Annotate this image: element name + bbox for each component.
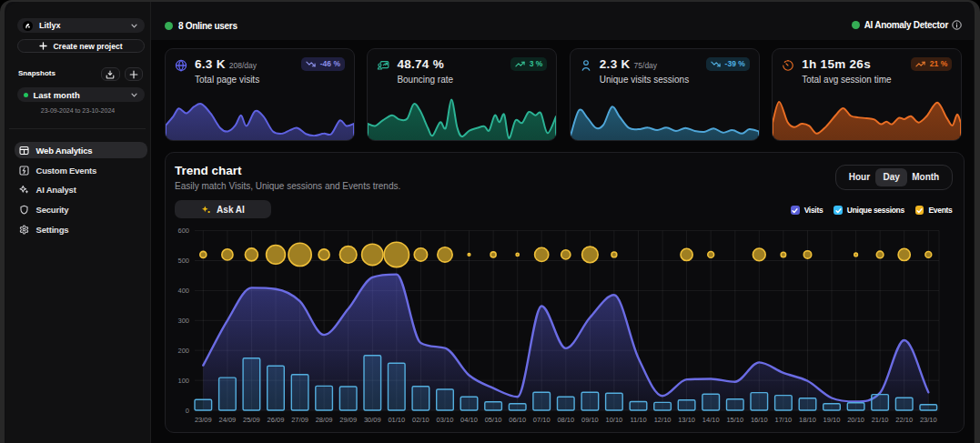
svg-text:13/10: 13/10 [678,416,695,424]
svg-text:22/10: 22/10 [895,416,913,424]
svg-text:10/10: 10/10 [606,416,623,424]
svg-text:29/09: 29/09 [339,416,357,424]
svg-text:06/10: 06/10 [509,416,526,424]
svg-text:05/10: 05/10 [485,416,502,424]
svg-text:27/09: 27/09 [291,416,308,424]
svg-text:25/09: 25/09 [243,416,260,424]
svg-text:17/10: 17/10 [775,416,793,424]
svg-text:200: 200 [177,347,189,355]
svg-text:20/10: 20/10 [847,416,864,424]
svg-text:100: 100 [177,377,189,385]
svg-text:0: 0 [186,407,189,415]
svg-text:09/10: 09/10 [581,416,599,424]
svg-text:21/10: 21/10 [872,416,889,424]
svg-text:23/09: 23/09 [195,416,212,424]
svg-text:12/10: 12/10 [654,416,672,424]
svg-text:02/10: 02/10 [412,416,429,424]
svg-text:24/09: 24/09 [219,416,237,424]
svg-text:11/10: 11/10 [630,416,646,424]
svg-text:28/09: 28/09 [316,416,333,424]
svg-text:04/10: 04/10 [460,416,478,424]
svg-text:15/10: 15/10 [726,416,743,424]
svg-text:500: 500 [177,257,189,265]
svg-text:08/10: 08/10 [557,416,574,424]
svg-text:26/09: 26/09 [268,416,285,424]
svg-text:18/10: 18/10 [799,416,816,424]
svg-text:23/10: 23/10 [920,416,937,424]
svg-text:19/10: 19/10 [823,416,841,424]
svg-text:30/09: 30/09 [364,416,381,424]
svg-text:600: 600 [177,227,189,235]
svg-text:14/10: 14/10 [702,416,720,424]
svg-text:01/10: 01/10 [388,416,405,424]
svg-text:16/10: 16/10 [751,416,768,424]
svg-text:07/10: 07/10 [533,416,551,424]
svg-text:400: 400 [177,287,189,295]
svg-text:03/10: 03/10 [437,416,454,424]
svg-text:300: 300 [177,317,189,325]
